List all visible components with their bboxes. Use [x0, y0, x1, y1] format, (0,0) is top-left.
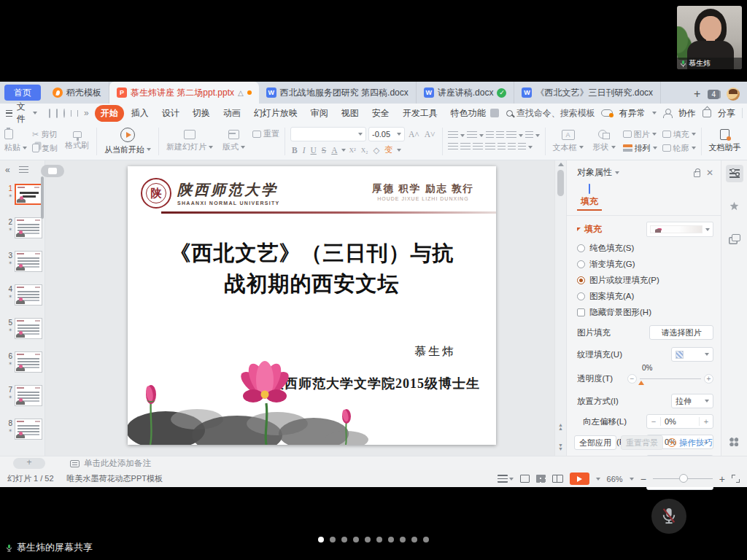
pagination-dot[interactable] — [411, 537, 417, 542]
paste-button[interactable] — [4, 129, 27, 139]
subscript-button[interactable]: X₂ — [360, 147, 370, 154]
thumbnail-preview[interactable] — [15, 318, 42, 339]
radio-icon[interactable] — [577, 244, 585, 252]
decrease-font-icon[interactable]: A˅ — [423, 130, 437, 139]
checkbox-icon[interactable] — [577, 308, 585, 316]
outline-button[interactable]: 轮廓 — [662, 143, 696, 154]
align-right-icon[interactable] — [473, 143, 483, 152]
slide-sorter-icon[interactable] — [536, 475, 546, 483]
font-color-button[interactable]: A — [330, 146, 338, 155]
slide-thumbnail-6[interactable]: 6✶ — [0, 350, 44, 384]
collaborate-label[interactable]: 协作 — [678, 107, 696, 120]
superscript-button[interactable]: X² — [348, 147, 357, 154]
justify-icon[interactable] — [485, 143, 495, 152]
thumbnail-preview[interactable] — [15, 419, 42, 440]
share-label[interactable]: 分享 — [718, 107, 735, 120]
slider-marker-icon[interactable] — [638, 381, 644, 385]
slide-thumbnail-8[interactable]: 8✶ — [0, 417, 44, 451]
ribbon-tab[interactable]: 视图 — [336, 105, 365, 122]
print-icon[interactable] — [56, 109, 58, 118]
increase-font-icon[interactable]: A˄ — [407, 130, 421, 139]
tab-word[interactable]: W西北战地服务团研究 第四稿.docx — [259, 82, 417, 104]
pagination-dot[interactable] — [353, 537, 359, 542]
text-direction-icon[interactable] — [506, 131, 516, 140]
increase-indent-icon[interactable] — [496, 131, 504, 140]
scrollbar-thumb[interactable] — [557, 170, 564, 196]
slideshow-play-button[interactable] — [570, 472, 589, 485]
slide-thumbnail-2[interactable]: 2✶ — [0, 216, 44, 249]
new-slide-button[interactable]: 新建幻灯片 — [164, 130, 215, 152]
ribbon-tab[interactable]: 审阅 — [305, 105, 334, 122]
font-name-combobox[interactable] — [290, 127, 366, 141]
user-avatar[interactable] — [727, 88, 740, 101]
thumbnail-preview[interactable] — [15, 351, 42, 373]
stepper-value[interactable]: 0% — [660, 417, 700, 426]
fill-button[interactable]: 填充 — [662, 129, 696, 140]
transparency-track[interactable] — [640, 378, 701, 380]
fill-option-radio[interactable]: 图片或纹理填充(P) — [577, 275, 713, 286]
tab-ppt[interactable]: P慕生炜讲座 第二场ppt.pptx△ — [109, 82, 259, 104]
outline-view-icon[interactable] — [19, 166, 28, 174]
mute-button[interactable] — [651, 499, 686, 534]
fit-slide-icon[interactable] — [732, 475, 740, 483]
arrange-button[interactable]: 排列 — [623, 143, 657, 154]
ribbon-tab[interactable]: 开始 — [95, 105, 124, 122]
underline-button[interactable]: U — [309, 146, 318, 155]
pagination-dot[interactable] — [400, 537, 406, 542]
thumbnail-preview[interactable] — [15, 385, 42, 406]
object-properties-strip-button[interactable] — [726, 165, 743, 182]
scroll-up-icon[interactable] — [558, 163, 564, 166]
reset-background-button[interactable]: 重置背景 — [621, 435, 663, 450]
save-icon[interactable] — [49, 109, 50, 118]
ribbon-tab[interactable]: 切换 — [187, 105, 216, 122]
radio-icon[interactable] — [577, 292, 585, 300]
columns-icon[interactable] — [525, 131, 533, 140]
tips-link[interactable]: 操作技巧 — [667, 438, 713, 448]
zoom-in-button[interactable]: + — [719, 474, 725, 484]
fill-option-radio[interactable]: 渐变填充(G) — [577, 259, 713, 270]
view-switch-pill[interactable] — [41, 165, 64, 177]
numbered-list-icon[interactable] — [467, 131, 477, 140]
stepper-minus-button[interactable]: − — [647, 417, 660, 426]
animation-strip-button[interactable] — [726, 197, 743, 214]
vertical-align-icon[interactable] — [518, 143, 526, 152]
zoom-slider[interactable] — [653, 478, 713, 480]
previous-slide-button[interactable]: ▲▲ — [558, 423, 562, 431]
thumbnail-preview[interactable] — [15, 184, 42, 205]
apps-grid-icon[interactable] — [729, 438, 739, 447]
decrease-indent-icon[interactable] — [486, 131, 494, 140]
search-command-box[interactable]: 查找命令、搜索模板 — [506, 107, 595, 120]
bullet-list-icon[interactable] — [448, 131, 458, 140]
layout-button[interactable]: 版式 — [220, 130, 247, 152]
thumbnail-preview[interactable] — [15, 217, 42, 238]
fill-option-radio[interactable]: 纯色填充(S) — [577, 243, 713, 254]
bold-button[interactable]: B — [290, 146, 299, 155]
copy-button[interactable]: 复制 — [32, 143, 58, 154]
offset-stepper[interactable]: −0%+ — [646, 414, 713, 429]
ribbon-tab[interactable]: 插入 — [125, 105, 155, 122]
transparency-minus-button[interactable]: − — [627, 374, 637, 384]
slide-thumbnail-1[interactable]: 1✶ — [0, 182, 44, 216]
pagination-dot[interactable] — [376, 537, 382, 542]
pagination-dot[interactable] — [365, 537, 371, 542]
slide-canvas-area[interactable]: 陕 陕西师范大学 SHAANXI NORMAL UNIVERSITY 厚德 积学… — [45, 160, 554, 456]
reading-view-icon[interactable] — [552, 475, 563, 483]
placement-dropdown[interactable]: 拉伸 — [671, 394, 713, 408]
apply-all-button[interactable]: 全部应用 — [574, 435, 616, 450]
cut-button[interactable]: ✂剪切 — [32, 129, 58, 140]
file-menu[interactable]: 文件 — [6, 101, 37, 125]
section-expand-icon[interactable] — [577, 228, 581, 231]
shapes-button[interactable]: 形状 — [591, 130, 618, 152]
zoom-level[interactable]: 66% — [607, 475, 623, 483]
participant-video[interactable]: 慕生炜 — [677, 6, 742, 69]
collapse-panel-button[interactable]: « — [5, 166, 10, 174]
ribbon-tab[interactable]: 开发工具 — [397, 105, 444, 122]
redo-icon[interactable] — [77, 110, 78, 117]
tab-word[interactable]: W《西北文艺》三日刊研究.docx — [514, 82, 661, 104]
transparency-plus-button[interactable]: + — [704, 374, 713, 384]
texture-dropdown[interactable] — [671, 347, 713, 362]
sync-status-label[interactable]: 有异常 — [619, 107, 646, 120]
ribbon-tab[interactable]: 动画 — [217, 105, 247, 122]
clear-format-button[interactable]: ◇ — [371, 145, 381, 155]
align-left-icon[interactable] — [448, 143, 458, 152]
